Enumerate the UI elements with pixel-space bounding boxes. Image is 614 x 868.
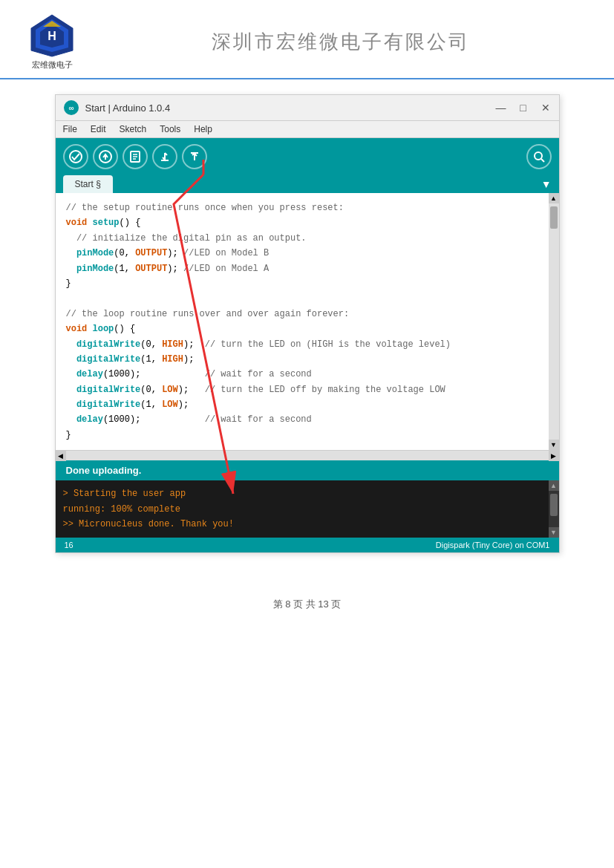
toolbar <box>56 138 559 175</box>
minimize-button[interactable]: — <box>495 102 507 114</box>
status-text: Done uploading. <box>66 465 142 476</box>
page-header: H 宏维微电子 深圳市宏维微电子有限公司 <box>0 0 614 79</box>
scroll-left-button[interactable]: ◀ <box>56 451 66 461</box>
verify-button[interactable] <box>63 144 88 169</box>
code-line-12: delay(1000); // wait for a second <box>66 367 538 382</box>
svg-line-19 <box>541 159 544 162</box>
code-line-3: // initialize the digital pin as an outp… <box>66 231 538 246</box>
save-icon <box>188 150 201 163</box>
console-wrapper: > Starting the user app running: 100% co… <box>56 480 559 538</box>
tab-start[interactable]: Start § <box>63 175 113 193</box>
scroll-down-button[interactable]: ▼ <box>549 440 559 450</box>
scroll-up-button[interactable]: ▲ <box>549 193 559 203</box>
code-line-5: pinMode(1, OUTPUT); //LED on Model A <box>66 261 538 276</box>
svg-point-18 <box>535 152 542 160</box>
logo-area: H 宏维微电子 <box>30 13 74 71</box>
page-footer: 第 8 页 共 13 页 <box>0 598 614 611</box>
console-scroll-down[interactable]: ▼ <box>549 527 559 538</box>
save-button[interactable] <box>182 144 207 169</box>
toolbar-left <box>63 144 207 169</box>
checkmark-icon <box>69 150 82 163</box>
menu-bar: File Edit Sketch Tools Help <box>56 121 559 138</box>
tab-dropdown-icon[interactable]: ▼ <box>541 178 552 193</box>
console-line-1: > Starting the user app <box>63 486 541 501</box>
code-line-10: digitalWrite(0, HIGH); // turn the LED o… <box>66 337 538 352</box>
upload-icon <box>99 150 112 163</box>
magnifier-icon <box>532 150 546 163</box>
code-line-16: } <box>66 428 538 443</box>
code-line-13: digitalWrite(0, LOW); // turn the LED of… <box>66 382 538 397</box>
bottom-status-bar: 16 Digispark (Tiny Core) on COM1 <box>56 538 559 552</box>
arduino-window: ∞ Start | Arduino 1.0.4 — □ ✕ File Edit … <box>55 94 560 553</box>
scroll-track-h[interactable] <box>66 451 549 461</box>
title-bar-left: ∞ Start | Arduino 1.0.4 <box>63 99 171 116</box>
console-line-3: >> Micronucleus done. Thank you! <box>63 517 541 532</box>
arduino-window-container: ∞ Start | Arduino 1.0.4 — □ ✕ File Edit … <box>55 94 560 553</box>
open-button[interactable] <box>152 144 177 169</box>
vertical-scrollbar[interactable]: ▲ ▼ <box>549 193 559 450</box>
code-line-2: void setup() { <box>66 215 538 230</box>
status-bar: Done uploading. <box>56 460 559 480</box>
window-title: Start | Arduino 1.0.4 <box>85 102 171 114</box>
svg-point-9 <box>70 151 82 163</box>
code-line-1: // the setup routine runs once when you … <box>66 200 538 215</box>
board-info: Digispark (Tiny Core) on COM1 <box>436 541 550 549</box>
code-line-4: pinMode(0, OUTPUT); //LED on Model B <box>66 246 538 261</box>
code-line-15: delay(1000); // wait for a second <box>66 412 538 427</box>
close-button[interactable]: ✕ <box>540 102 552 114</box>
new-file-icon <box>128 150 142 163</box>
console-line-2: running: 100% complete <box>63 502 541 517</box>
console-scroll-up[interactable]: ▲ <box>549 480 559 491</box>
line-number: 16 <box>65 541 74 549</box>
company-name: 深圳市宏维微电子有限公司 <box>97 29 584 55</box>
horizontal-scrollbar[interactable]: ◀ ▶ <box>56 450 559 460</box>
toolbar-right <box>526 144 552 169</box>
upload-button[interactable] <box>93 144 118 169</box>
menu-sketch[interactable]: Sketch <box>120 124 147 134</box>
code-line-6: } <box>66 276 538 291</box>
serial-monitor-button[interactable] <box>526 144 552 169</box>
code-line-8: // the loop routine runs over and over a… <box>66 307 538 322</box>
content-area: ∞ Start | Arduino 1.0.4 — □ ✕ File Edit … <box>0 94 614 553</box>
code-editor[interactable]: // the setup routine runs once when you … <box>56 193 549 450</box>
scroll-right-button[interactable]: ▶ <box>549 451 559 461</box>
code-line-11: digitalWrite(1, HIGH); <box>66 352 538 367</box>
code-editor-wrapper: // the setup routine runs once when you … <box>56 193 559 450</box>
code-line-9: void loop() { <box>66 322 538 336</box>
page-number: 第 8 页 共 13 页 <box>273 598 342 610</box>
menu-edit[interactable]: Edit <box>91 124 106 134</box>
maximize-button[interactable]: □ <box>517 102 529 114</box>
console-scroll-thumb[interactable] <box>550 494 558 516</box>
window-controls[interactable]: — □ ✕ <box>495 102 552 114</box>
svg-text:H: H <box>48 30 56 42</box>
tab-bar: Start § ▼ <box>56 175 559 193</box>
console-output[interactable]: > Starting the user app running: 100% co… <box>56 480 549 538</box>
title-bar: ∞ Start | Arduino 1.0.4 — □ ✕ <box>56 95 559 121</box>
arduino-logo-icon: ∞ <box>63 99 79 116</box>
code-line-14: digitalWrite(1, LOW); <box>66 397 538 412</box>
menu-help[interactable]: Help <box>194 124 212 134</box>
scroll-thumb[interactable] <box>550 206 558 229</box>
svg-text:∞: ∞ <box>68 104 74 112</box>
console-scrollbar[interactable]: ▲ ▼ <box>549 480 559 538</box>
menu-file[interactable]: File <box>63 124 77 134</box>
new-button[interactable] <box>123 144 148 169</box>
menu-tools[interactable]: Tools <box>160 124 180 134</box>
company-logo: H <box>30 13 74 58</box>
logo-label: 宏维微电子 <box>32 59 73 71</box>
code-line-7 <box>66 291 538 306</box>
open-file-icon <box>158 150 172 163</box>
